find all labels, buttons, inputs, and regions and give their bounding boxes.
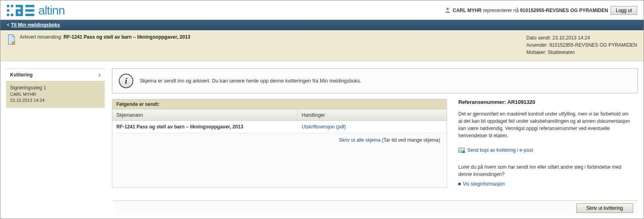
step-question: Lurer du på hvem som har sendt inn eller… <box>458 163 634 178</box>
mail-icon <box>458 148 465 153</box>
represents-text: representerer nå <box>483 8 519 13</box>
svg-rect-4 <box>11 14 13 16</box>
user-name: CARL MYHR <box>453 8 482 13</box>
summary-bar: Arkivert innsending: RF-1241 Pass og ste… <box>0 30 644 61</box>
col-handlinger: Handlinger <box>298 110 447 120</box>
header: altinn CARL MYHR representerer nå 910152… <box>0 0 644 20</box>
row-name: RF-1241 Pass og stell av barn – liknings… <box>112 121 298 133</box>
vis-step-row: Vis steginformasjon <box>458 180 505 188</box>
logo[interactable]: altinn <box>7 4 65 17</box>
sent-head: Følgende er sendt: <box>112 99 447 110</box>
info-icon: i <box>119 74 133 88</box>
print-pdf-link[interactable]: Utskriftsversjon (pdf) <box>302 124 346 130</box>
svg-rect-0 <box>7 5 9 7</box>
logo-icon <box>7 5 35 16</box>
sent-box: Følgende er sendt: Skjemanavn Handlinger… <box>112 99 447 188</box>
receiver-label: Mottaker: <box>526 50 547 55</box>
svg-rect-10 <box>25 5 34 7</box>
sidebar-head-label: Kvittering <box>10 72 33 78</box>
sidebar-head-kvittering[interactable]: Kvittering › <box>6 68 105 81</box>
footer-bar: Skriv ut kvittering <box>113 200 638 215</box>
logout-button[interactable]: Logg ut <box>611 6 637 15</box>
svg-rect-12 <box>25 14 34 16</box>
svg-rect-7 <box>16 9 21 12</box>
sidebar-step[interactable]: Signeringssteg 1 CARL MYHR 23.10.2013 14… <box>6 81 105 108</box>
summary-prefix: Arkivert innsending: <box>20 34 62 40</box>
chevron-right-icon: › <box>99 71 101 79</box>
date-sent-label: Dato sendt: <box>526 35 551 41</box>
summary-title: Arkivert innsending: RF-1241 Pass og ste… <box>20 34 191 40</box>
print-all-note: (Tar tid ved mange skjema) <box>382 137 440 143</box>
info-box: i Skjema er sendt inn og arkivert. Du ka… <box>112 68 638 93</box>
email-copy-row: Send kopi av kvittering i e-post <box>458 147 533 154</box>
step-title: Signeringssteg 1 <box>10 85 101 91</box>
nav-back-link[interactable]: Til Min meldingsboks <box>11 22 60 28</box>
print-receipt-button[interactable]: Skriv ut kvittering <box>576 203 633 213</box>
ref-value: AR1091320 <box>507 99 535 105</box>
svg-point-13 <box>447 8 449 10</box>
date-sent-value: 23.10.2013 14:24 <box>552 35 590 41</box>
svg-rect-9 <box>16 14 23 16</box>
nav-bar: < Til Min meldingsboks <box>0 20 644 30</box>
user-icon <box>445 7 450 14</box>
org-name: 910152955-REVSNES OG PYRAMIDEN <box>520 8 608 13</box>
right-column: Referansenummer: AR1091320 Det er gjenno… <box>458 99 638 188</box>
send-email-copy-link[interactable]: Send kopi av kvittering i e-post <box>467 147 533 154</box>
summary-form-title: RF-1241 Pass og stell av barn – liknings… <box>64 34 191 40</box>
summary-left: Arkivert innsending: RF-1241 Pass og ste… <box>7 34 191 56</box>
reference-title: Referansenummer: AR1091320 <box>458 98 634 106</box>
content: Kvittering › Signeringssteg 1 CARL MYHR … <box>0 61 644 188</box>
table-row: RF-1241 Pass og stell av barn – liknings… <box>112 121 447 133</box>
square-bullet-icon <box>458 183 461 185</box>
sidebar: Kvittering › Signeringssteg 1 CARL MYHR … <box>6 68 105 108</box>
document-icon <box>7 34 16 45</box>
svg-rect-2 <box>7 9 9 12</box>
sender-label: Avsender: <box>526 42 548 48</box>
lower-row: Følgende er sendt: Skjemanavn Handlinger… <box>112 99 638 188</box>
logo-text: altinn <box>38 4 65 17</box>
sent-table-head: Skjemanavn Handlinger <box>112 110 447 121</box>
svg-rect-6 <box>21 7 23 14</box>
header-right: CARL MYHR representerer nå 910152955-REV… <box>445 6 637 15</box>
main: i Skjema er sendt inn og arkivert. Du ka… <box>112 68 638 188</box>
receiver-value: Skatteetaten <box>548 50 575 55</box>
ref-label: Referansenummer: <box>458 99 506 105</box>
step-time: 23.10.2013 14:24 <box>10 97 101 103</box>
step-user: CARL MYHR <box>10 91 101 97</box>
summary-right: Dato sendt: 23.10.2013 14:24 Avsender: 9… <box>526 34 637 56</box>
svg-rect-1 <box>11 5 13 7</box>
sender-value: 910152955-REVSNES OG PYRAMIDEN <box>549 42 637 48</box>
svg-rect-11 <box>25 9 34 12</box>
print-all-link[interactable]: Skriv ut alle skjema <box>339 137 381 143</box>
info-text: Skjema er sendt inn og arkivert. Du kan … <box>140 78 361 84</box>
svg-point-14 <box>12 42 15 45</box>
nav-back-caret: < <box>7 22 11 28</box>
header-user-text: CARL MYHR representerer nå 910152955-REV… <box>453 8 608 13</box>
row-action: Utskriftsversjon (pdf) <box>298 121 447 133</box>
svg-rect-3 <box>7 14 9 16</box>
vis-steginformasjon-link[interactable]: Vis steginformasjon <box>463 180 505 188</box>
svg-rect-5 <box>16 5 23 7</box>
col-skjemanavn: Skjemanavn <box>112 110 298 120</box>
print-all-row: Skriv ut alle skjema (Tar tid ved mange … <box>112 133 447 145</box>
ref-body: Det er gjennomført en maskinell kontroll… <box>458 110 634 139</box>
